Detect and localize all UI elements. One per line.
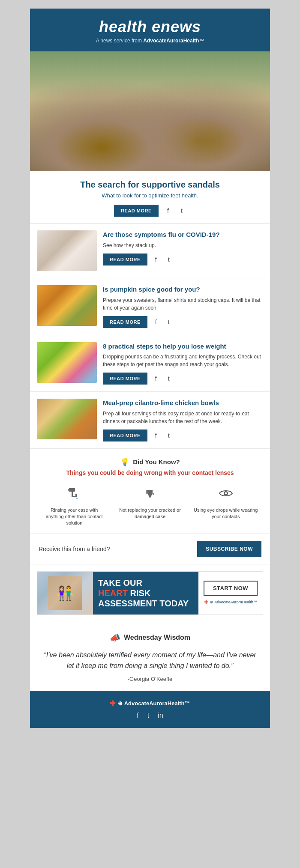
wisdom-attribution: -Georgia O’Keeffe (43, 676, 257, 682)
hero-read-more-button[interactable]: READ MORE (114, 205, 159, 217)
megaphone-icon: 📣 (110, 632, 120, 643)
article-description: Prep all four servings of this easy reci… (103, 410, 263, 425)
twitter-icon[interactable]: t (165, 431, 173, 440)
subscribe-section: Receive this from a friend? SUBSCRIBE NO… (30, 534, 270, 564)
dyk-item-text: Rinsing your case with anything other th… (42, 507, 107, 527)
article-thumbnail (37, 230, 97, 271)
article-title: Is pumpkin spice good for you? (103, 285, 263, 294)
cross-icon: ✚ (110, 699, 115, 707)
dyk-items-list: Rinsing your case with anything other th… (39, 483, 261, 527)
article-row: Is pumpkin spice good for you? Prepare y… (30, 278, 270, 335)
article-actions: READ MORE f t (103, 316, 263, 328)
heart-cta-image: 👫 (37, 572, 93, 614)
article-read-more-button[interactable]: READ MORE (103, 254, 147, 265)
svg-rect-0 (69, 488, 75, 492)
hero-title: The search for supportive sandals (43, 180, 257, 190)
facebook-icon[interactable]: f (152, 431, 160, 440)
heart-cta-action: START NOW ✚ ⊕ AdvocateAuroraHealth™ (198, 572, 263, 614)
sandal-photo (30, 51, 270, 171)
hero-actions: READ MORE f t (43, 205, 257, 217)
article-content: 8 practical steps to help you lose weigh… (103, 342, 263, 385)
thumbsdown-icon (118, 483, 183, 504)
dyk-item: Using eye drops while wearing your conta… (190, 483, 261, 527)
svg-rect-6 (146, 490, 147, 494)
footer-logo: ✚ ⊕ AdvocateAuroraHealth™ (39, 699, 261, 707)
article-title: 8 practical steps to help you lose weigh… (103, 342, 263, 351)
wisdom-quote: “I’ve been absolutely terrified every mo… (43, 650, 257, 671)
article-actions: READ MORE f t (103, 254, 263, 265)
article-actions: READ MORE f t (103, 430, 263, 441)
footer-brand: ⊕ AdvocateAuroraHealth™ (118, 700, 190, 707)
email-container: health enews A news service from Advocat… (30, 9, 270, 728)
email-footer: ✚ ⊕ AdvocateAuroraHealth™ f t in (30, 691, 270, 728)
dyk-subtitle: Things you could be doing wrong with you… (39, 469, 261, 476)
article-row: Meal-prep cilantro-lime chicken bowls Pr… (30, 392, 270, 449)
svg-rect-7 (153, 493, 154, 495)
article-description: Prepare your sweaters, flannel shirts an… (103, 296, 263, 312)
subscribe-text: Receive this from a friend? (39, 546, 110, 552)
svg-rect-1 (72, 492, 73, 496)
svg-point-5 (76, 498, 78, 499)
article-thumbnail (37, 342, 97, 383)
wisdom-header: 📣 Wednesday Wisdom (43, 632, 257, 643)
article-content: Meal-prep cilantro-lime chicken bowls Pr… (103, 399, 263, 441)
article-content: Is pumpkin spice good for you? Prepare y… (103, 285, 263, 328)
email-header: health enews A news service from Advocat… (30, 9, 270, 51)
article-row: Are those symptoms flu or COVID-19? See … (30, 224, 270, 278)
brand-name: ⊕ AdvocateAuroraHealth™ (210, 600, 257, 604)
article-thumbnail (37, 399, 97, 439)
article-description: Dropping pounds can be a frustrating and… (103, 353, 263, 368)
heart-cta-text: TAKE OUR HEART RISK ASSESSMENT TODAY (93, 572, 198, 614)
article-thumbnail (37, 285, 97, 326)
dyk-item-text: Not replacing your cracked or damaged ca… (118, 507, 183, 520)
subscribe-button[interactable]: SUBSCRIBE NOW (197, 541, 261, 557)
dyk-item-text: Using eye drops while wearing your conta… (193, 507, 258, 520)
cross-icon: ✚ (204, 599, 208, 605)
article-title: Are those symptoms flu or COVID-19? (103, 230, 263, 239)
brand-title: health enews (39, 18, 261, 36)
facebook-icon[interactable]: f (164, 206, 172, 215)
people-photo: 👫 (48, 576, 82, 610)
hero-image (30, 51, 270, 171)
svg-point-9 (225, 492, 227, 494)
twitter-icon[interactable]: t (165, 255, 173, 264)
dyk-title: Did You Know? (133, 458, 180, 465)
article-read-more-button[interactable]: READ MORE (103, 373, 147, 385)
hero-subtitle: What to look for to optimize feet health… (43, 192, 257, 199)
article-content: Are those symptoms flu or COVID-19? See … (103, 230, 263, 265)
article-row: 8 practical steps to help you lose weigh… (30, 335, 270, 392)
lightbulb-icon: 💡 (120, 457, 129, 467)
article-actions: READ MORE f t (103, 373, 263, 385)
brand-subtitle: A news service from AdvocateAuroraHealth… (39, 38, 261, 44)
footer-facebook-link[interactable]: f (137, 712, 138, 719)
svg-rect-4 (68, 489, 69, 491)
twitter-icon[interactable]: t (165, 318, 173, 326)
facebook-icon[interactable]: f (152, 318, 160, 326)
footer-social-links: f t in (39, 712, 261, 719)
eye-icon (193, 483, 258, 504)
did-you-know-section: 💡 Did You Know? Things you could be doin… (30, 449, 270, 534)
twitter-icon[interactable]: t (177, 206, 186, 215)
article-read-more-button[interactable]: READ MORE (103, 430, 147, 441)
twitter-icon[interactable]: t (165, 374, 173, 383)
dyk-header: 💡 Did You Know? (39, 457, 261, 467)
facebook-icon[interactable]: f (152, 374, 160, 383)
article-read-more-button[interactable]: READ MORE (103, 316, 147, 328)
advocate-logo: ✚ ⊕ AdvocateAuroraHealth™ (204, 599, 257, 605)
faucet-icon (42, 483, 107, 504)
hero-section: The search for supportive sandals What t… (30, 171, 270, 224)
wisdom-section: 📣 Wednesday Wisdom “I’ve been absolutely… (30, 622, 270, 691)
footer-linkedin-link[interactable]: in (158, 712, 163, 719)
start-now-button[interactable]: START NOW (204, 581, 258, 596)
dyk-item: Not replacing your cracked or damaged ca… (114, 483, 186, 527)
dyk-item: Rinsing your case with anything other th… (39, 483, 110, 527)
article-title: Meal-prep cilantro-lime chicken bowls (103, 399, 263, 407)
svg-rect-3 (75, 494, 77, 497)
wisdom-title: Wednesday Wisdom (124, 634, 190, 641)
footer-twitter-link[interactable]: t (147, 712, 149, 719)
heart-risk-cta: 👫 TAKE OUR HEART RISK ASSESSMENT TODAY S… (37, 571, 263, 615)
facebook-icon[interactable]: f (152, 255, 160, 264)
article-description: See how they stack up. (103, 242, 263, 249)
heart-cta-headline: TAKE OUR HEART RISK ASSESSMENT TODAY (98, 578, 189, 608)
